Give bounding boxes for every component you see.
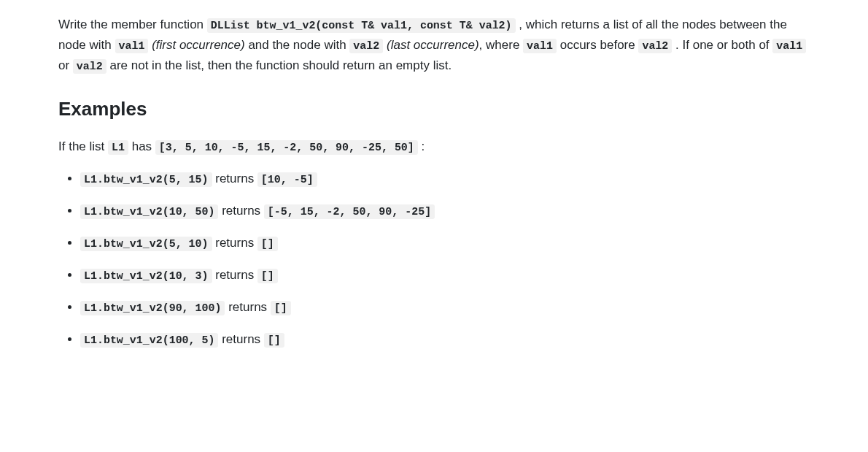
list-intro-text: : [418, 139, 425, 153]
list-intro-text: has [128, 139, 155, 153]
inline-code-return: [] [257, 269, 278, 283]
inline-code-return: [] [264, 333, 284, 348]
inline-code-return: [] [257, 237, 278, 251]
inline-code-val1: val1 [115, 39, 149, 53]
list-item: L1.btw_v1_v2(5, 15) returns [10, -5] [80, 169, 810, 189]
list-intro-paragraph: If the list L1 has [3, 5, 10, -5, 15, -2… [58, 137, 810, 157]
intro-text: Write the member function [58, 18, 207, 31]
intro-text: or [58, 58, 73, 72]
returns-text: returns [225, 300, 270, 314]
inline-code-call: L1.btw_v1_v2(100, 5) [80, 333, 218, 348]
list-item: L1.btw_v1_v2(5, 10) returns [] [80, 233, 810, 253]
list-item: L1.btw_v1_v2(90, 100) returns [] [80, 297, 810, 318]
inline-code-list-name: L1 [108, 140, 128, 155]
emphasis-last-occurrence: (last occurrence) [387, 38, 479, 52]
returns-text: returns [212, 268, 257, 282]
list-item: L1.btw_v1_v2(100, 5) returns [] [80, 329, 810, 350]
list-intro-text: If the list [58, 139, 108, 153]
returns-text: returns [218, 204, 263, 218]
inline-code-func-sig: DLList btw_v1_v2(const T& val1, const T&… [207, 18, 516, 33]
inline-code-val1: val1 [523, 39, 557, 53]
inline-code-val1: val1 [772, 39, 806, 53]
intro-paragraph: Write the member function DLList btw_v1_… [58, 15, 810, 76]
returns-text: returns [212, 172, 257, 185]
emphasis-first-occurrence: (first occurrence) [152, 38, 245, 52]
returns-text: returns [212, 236, 257, 250]
list-item: L1.btw_v1_v2(10, 50) returns [-5, 15, -2… [80, 201, 810, 221]
intro-text: , where [479, 38, 523, 52]
inline-code-call: L1.btw_v1_v2(10, 3) [80, 269, 212, 283]
inline-code-list-values: [3, 5, 10, -5, 15, -2, 50, 90, -25, 50] [155, 140, 418, 155]
inline-code-val2: val2 [73, 59, 106, 74]
returns-text: returns [218, 332, 263, 346]
inline-code-val2: val2 [349, 39, 383, 53]
inline-code-return: [-5, 15, -2, 50, 90, -25] [264, 204, 435, 219]
inline-code-call: L1.btw_v1_v2(5, 15) [80, 172, 212, 187]
intro-text: occurs before [557, 38, 638, 52]
list-item: L1.btw_v1_v2(10, 3) returns [] [80, 265, 810, 286]
intro-text: . If one or both of [672, 38, 772, 52]
inline-code-return: [10, -5] [257, 172, 317, 187]
intro-text: and the node with [245, 38, 350, 52]
examples-heading: Examples [58, 93, 810, 125]
inline-code-call: L1.btw_v1_v2(5, 10) [80, 237, 212, 251]
intro-text: are not in the list, then the function s… [106, 58, 452, 72]
inline-code-call: L1.btw_v1_v2(90, 100) [80, 301, 225, 315]
examples-list: L1.btw_v1_v2(5, 15) returns [10, -5] L1.… [58, 169, 810, 350]
inline-code-val2: val2 [638, 39, 672, 53]
inline-code-call: L1.btw_v1_v2(10, 50) [80, 204, 218, 219]
inline-code-return: [] [271, 301, 291, 315]
